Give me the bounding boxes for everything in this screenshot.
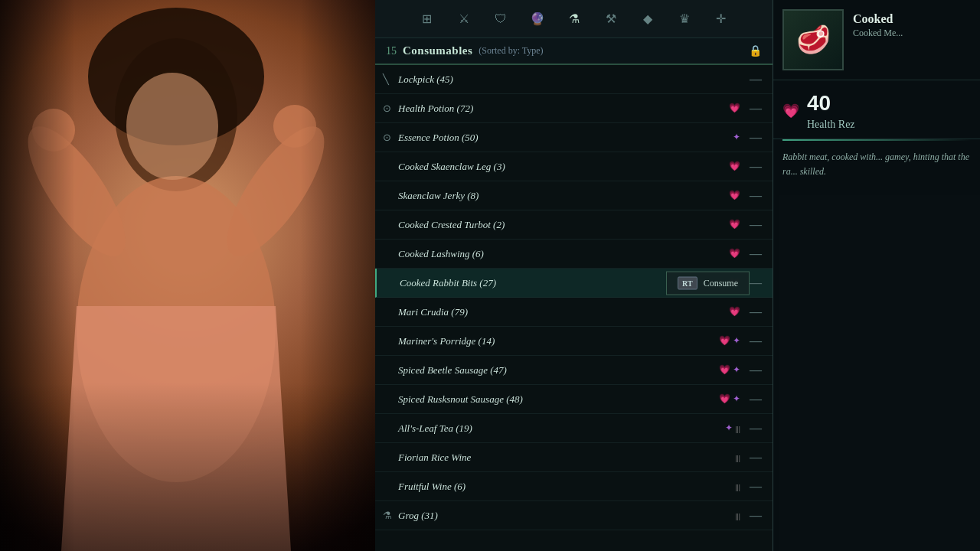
skills-icon[interactable]: 🔮 xyxy=(526,8,549,31)
stat-bar: 💗 40 Health Rez xyxy=(773,80,980,139)
item-name: Spiced Rusksnout Sausage (48) xyxy=(398,393,719,406)
heart-icon: 💗 xyxy=(729,248,740,259)
consume-tooltip: RT Consume xyxy=(666,271,750,295)
list-item[interactable]: Cooked Crested Turbot (2) 💗 — xyxy=(375,210,773,240)
stamina-icon: ||| xyxy=(735,424,740,433)
sort-label: (Sorted by: Type) xyxy=(479,45,743,57)
equip-dash[interactable]: — xyxy=(750,160,762,174)
item-name: Mariner's Porridge (14) xyxy=(398,335,719,347)
list-item[interactable]: Skaenclaw Jerky (8) 💗 — xyxy=(375,181,773,210)
item-type-icons: 💗 ✦ xyxy=(719,364,740,376)
armor-icon[interactable]: 🛡 xyxy=(489,8,512,31)
lockpick-icon: ╲ xyxy=(383,73,389,86)
list-item-selected[interactable]: Cooked Rabbit Bits (27) 💗 RT Consume — xyxy=(375,269,773,298)
category-header: 15 Consumables (Sorted by: Type) 🔒 xyxy=(375,38,773,65)
list-item[interactable]: Spiced Beetle Sausage (47) 💗 ✦ — xyxy=(375,356,773,385)
item-name: Mari Crudia (79) xyxy=(398,306,729,318)
item-type-icons: 💗 xyxy=(729,103,740,114)
equip-dash[interactable]: — xyxy=(750,102,762,116)
item-type-icons: ||| xyxy=(735,453,740,462)
lock-icon[interactable]: 🔒 xyxy=(749,44,762,57)
list-item[interactable]: All's-Leaf Tea (19) ✦ ||| — xyxy=(375,414,773,443)
category-type-icon: 15 xyxy=(386,45,397,57)
consume-action-label: Consume xyxy=(704,277,738,289)
essence-icon: ✦ xyxy=(733,364,740,376)
item-type-icons: 💗 ✦ xyxy=(719,335,740,347)
heart-icon: 💗 xyxy=(729,190,740,201)
heart-icon: 💗 xyxy=(719,364,730,376)
essence-icon: ✦ xyxy=(725,422,733,434)
item-name: Lockpick (45) xyxy=(398,73,746,86)
list-item[interactable]: Fruitful Wine (6) ||| — xyxy=(375,472,773,501)
equip-dash[interactable]: — xyxy=(750,305,762,319)
equip-dash[interactable]: — xyxy=(750,131,762,145)
stat-value: 40 xyxy=(807,91,855,116)
grog-icon: ⚗ xyxy=(383,510,392,522)
item-title-sub: Cooked Me... xyxy=(853,28,971,39)
list-item[interactable]: Mariner's Porridge (14) 💗 ✦ — xyxy=(375,327,773,356)
item-name: Skaenclaw Jerky (8) xyxy=(398,190,729,202)
essence-icon: ✦ xyxy=(733,335,740,347)
list-item[interactable]: Mari Crudia (79) 💗 — xyxy=(375,298,773,327)
equip-dash[interactable]: — xyxy=(750,189,762,203)
category-title: Consumables xyxy=(403,44,472,57)
list-item[interactable]: ⊙ Essence Potion (50) ✦ — xyxy=(375,123,773,152)
list-item[interactable]: Fiorian Rice Wine ||| — xyxy=(375,443,773,472)
heart-icon: 💗 xyxy=(729,103,740,114)
equip-dash[interactable]: — xyxy=(750,364,762,377)
list-item[interactable]: Cooked Lashwing (6) 💗 — xyxy=(375,240,773,269)
item-name: Cooked Lashwing (6) xyxy=(398,248,729,260)
item-title-main: Cooked xyxy=(853,12,971,26)
list-item[interactable]: Spiced Rusksnout Sausage (48) 💗 ✦ — xyxy=(375,385,773,414)
item-name: Spiced Beetle Sausage (47) xyxy=(398,364,719,377)
consumables-icon[interactable]: ⚗ xyxy=(563,8,586,31)
detail-panel: Cooked Cooked Me... 💗 40 Health Rez Rabb… xyxy=(773,0,980,551)
equip-dash[interactable]: — xyxy=(750,393,762,406)
essence-potion-icon: ⊙ xyxy=(383,132,391,144)
stamina-icon: ||| xyxy=(735,482,740,491)
item-type-icons: 💗 xyxy=(729,219,740,230)
heart-icon: 💗 xyxy=(719,393,730,405)
item-type-icons: 💗 ✦ xyxy=(719,393,740,405)
list-item[interactable]: ⚗ Grog (31) ||| — xyxy=(375,501,773,530)
stamina-icon: ||| xyxy=(735,511,740,520)
list-item[interactable]: ⊙ Health Potion (72) 💗 — xyxy=(375,94,773,123)
essence-icon: ✦ xyxy=(733,132,740,143)
equip-dash[interactable]: — xyxy=(750,73,762,86)
list-item[interactable]: Cooked Skaenclaw Leg (3) 💗 — xyxy=(375,152,773,181)
item-description: Rabbit meat, cooked with... gamey, hinti… xyxy=(773,141,980,188)
item-type-icons: 💗 xyxy=(729,306,740,318)
item-name: Cooked Skaenclaw Leg (3) xyxy=(398,161,729,173)
rt-button-badge: RT xyxy=(678,276,697,289)
crafting-icon[interactable]: ⚒ xyxy=(599,8,622,31)
item-type-icons: 💗 xyxy=(729,190,740,201)
equip-dash[interactable]: — xyxy=(750,509,762,523)
equip-dash[interactable]: — xyxy=(750,480,762,494)
item-name: Health Potion (72) xyxy=(398,103,729,115)
heart-icon: 💗 xyxy=(719,335,730,347)
heart-icon: 💗 xyxy=(729,219,740,230)
equip-dash[interactable]: — xyxy=(750,276,762,290)
item-name: Essence Potion (50) xyxy=(398,132,733,144)
item-type-icons: ||| xyxy=(735,511,740,520)
heart-icon: 💗 xyxy=(729,161,740,172)
item-list: ╲ Lockpick (45) — ⊙ Health Potion (72) 💗… xyxy=(375,65,773,551)
gems-icon[interactable]: ◆ xyxy=(636,8,659,31)
combat-icon[interactable]: ⚔ xyxy=(452,8,475,31)
list-item[interactable]: ╲ Lockpick (45) — xyxy=(375,65,773,94)
equip-dash[interactable]: — xyxy=(750,334,762,348)
inventory-panel: ⊞ ⚔ 🛡 🔮 ⚗ ⚒ ◆ ♛ ✛ 15 Consumables (Sorted… xyxy=(375,0,773,551)
misc-icon[interactable]: ✛ xyxy=(710,8,733,31)
map-icon[interactable]: ⊞ xyxy=(416,8,439,31)
equip-dash[interactable]: — xyxy=(750,422,762,435)
equip-dash[interactable]: — xyxy=(750,218,762,232)
stat-heart-icon: 💗 xyxy=(782,103,799,119)
background-person xyxy=(0,0,375,551)
item-preview: Cooked Cooked Me... xyxy=(773,0,980,80)
equip-dash[interactable]: — xyxy=(750,247,762,261)
quest-icon[interactable]: ♛ xyxy=(673,8,696,31)
item-type-icons: ✦ ||| xyxy=(725,422,740,434)
equip-dash[interactable]: — xyxy=(750,451,762,465)
item-type-icons: 💗 xyxy=(729,161,740,172)
item-type-icons: ||| xyxy=(735,482,740,491)
